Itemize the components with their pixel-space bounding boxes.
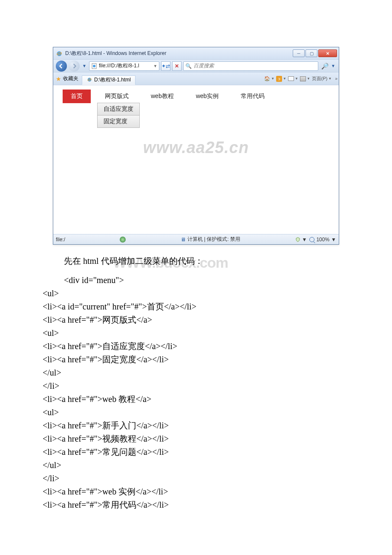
submenu-adaptive[interactable]: 自适应宽度 (97, 103, 140, 115)
tab-title: D:\教程\8-1.html (94, 76, 131, 84)
nav-examples[interactable]: web实例 (188, 90, 227, 103)
chevron-down-icon[interactable]: ▼ (295, 77, 298, 81)
nav-layout-label: 网页版式 (105, 92, 129, 99)
print-button[interactable]: ▼ (300, 76, 310, 81)
nav-tutorial-label: web教程 (151, 92, 174, 99)
search-dropdown[interactable]: ▼ (330, 63, 336, 69)
status-zone: 🖥计算机 | 保护模式: 禁用 (181, 236, 240, 243)
nav-code[interactable]: 常用代码 (233, 90, 273, 103)
nav-history-dropdown[interactable]: ▼ (81, 63, 87, 69)
search-input[interactable]: 🔍 百度搜索 (183, 61, 318, 71)
page-menu-button[interactable]: 页面(P)▼ (312, 75, 332, 82)
code-line: <li><a href="#">常用代码</a></li> (43, 498, 349, 512)
code-line: <ul> (43, 327, 349, 340)
paragraph-intro: WWW.bdocx.com 先在 html 代码增加二级菜单的代码： (43, 253, 349, 269)
nav-tutorial[interactable]: web教程 (143, 90, 182, 103)
print-icon (300, 76, 306, 81)
nav-examples-label: web实例 (196, 92, 219, 99)
search-placeholder: 百度搜索 (193, 62, 214, 69)
nav-home-label: 首页 (71, 92, 83, 99)
window-buttons: ─ ▢ ✕ (293, 49, 337, 57)
code-line: <ul> (43, 406, 349, 419)
active-tab[interactable]: D:\教程\8-1.html (82, 75, 135, 85)
code-line: <li><a href="#">固定宽度</a></li> (43, 353, 349, 366)
nav-code-label: 常用代码 (241, 92, 265, 99)
chevron-down-icon[interactable]: ▼ (329, 77, 332, 81)
status-bar: file:/ 🖥计算机 | 保护模式: 禁用 ▼ 100% ▼ (53, 234, 339, 244)
rss-icon: כ (276, 76, 282, 82)
chevron-down-icon[interactable]: ▼ (283, 77, 286, 81)
stop-button[interactable]: ✕ (172, 61, 182, 71)
favorites-bar: ★ 收藏夹 D:\教程\8-1.html 🏠▼ כ▼ ▼ ▼ 页面(P)▼ » (53, 72, 339, 85)
refresh-button[interactable]: ✦⇄ (161, 61, 170, 71)
chevron-down-icon[interactable]: ▼ (307, 77, 310, 81)
code-line: <li><a href="#">常见问题</a></li> (43, 445, 349, 459)
code-line: <li><a id="current" href="#">首页</a></li> (43, 300, 349, 313)
code-line: </li> (43, 379, 349, 393)
ie-window: D:\教程\8-1.html - Windows Internet Explor… (53, 47, 339, 245)
code-line: <div id="menu"> (43, 274, 349, 287)
svg-point-3 (93, 65, 95, 67)
code-block: <div id="menu"> <ul> <li><a id="current"… (43, 274, 349, 512)
code-line: </ul> (43, 366, 349, 379)
watermark-aa25: www.aa25.cn (143, 139, 249, 157)
search-icon: 🔍 (185, 63, 192, 69)
nav-home[interactable]: 首页 (63, 90, 91, 103)
zoom-icon (309, 237, 314, 242)
address-bar-row: ▼ file:///D:/教程/8-1.l ▼ ✦⇄ ✕ 🔍 百度搜索 🔎 ▼ (53, 59, 339, 72)
chevron-down-icon[interactable]: ▼ (271, 77, 274, 81)
chevron-down-icon[interactable]: ▼ (153, 64, 157, 68)
command-bar: 🏠▼ כ▼ ▼ ▼ 页面(P)▼ » (264, 75, 336, 82)
title-bar: D:\教程\8-1.html - Windows Internet Explor… (53, 47, 339, 59)
address-text: file:///D:/教程/8-1.l (99, 62, 153, 69)
code-line: <li><a href="#">视频教程</a></li> (43, 432, 349, 445)
favorites-button[interactable]: ★ 收藏夹 (56, 75, 78, 82)
address-input[interactable]: file:///D:/教程/8-1.l ▼ (89, 61, 159, 71)
code-line: <li><a href="#">web 实例</a></li> (43, 485, 349, 498)
code-line: <ul> (43, 287, 349, 300)
forward-button[interactable] (69, 61, 80, 72)
code-line: </li> (43, 472, 349, 485)
page-viewport: 首页 网页版式 自适应宽度 固定宽度 web教程 web实例 常用代码 www.… (53, 85, 339, 234)
mail-icon (288, 76, 294, 81)
status-mode-text: 计算机 | 保护模式: 禁用 (187, 236, 240, 243)
close-button[interactable]: ✕ (318, 49, 337, 57)
more-tools-button[interactable]: » (335, 76, 336, 81)
shield-icon (295, 237, 300, 242)
mail-button[interactable]: ▼ (288, 76, 298, 81)
security-indicator[interactable]: ▼ (295, 237, 307, 243)
code-line: <li><a href="#">网页版式</a> (43, 313, 349, 327)
internet-icon (120, 237, 126, 243)
page-menu-label: 页面(P) (312, 75, 328, 82)
back-button[interactable] (56, 61, 67, 72)
home-icon: 🏠 (264, 76, 270, 81)
chevron-down-icon[interactable]: ▼ (302, 237, 307, 243)
code-line: <li><a href="#">web 教程</a> (43, 393, 349, 406)
rss-button[interactable]: כ▼ (276, 76, 286, 82)
favorites-label: 收藏夹 (63, 75, 78, 82)
globe-icon (120, 237, 126, 243)
code-line: </ul> (43, 459, 349, 472)
refresh-icon: ✦⇄ (161, 63, 170, 69)
star-icon: ★ (56, 75, 61, 82)
maximize-button[interactable]: ▢ (306, 49, 317, 57)
home-button[interactable]: 🏠▼ (264, 76, 274, 81)
zoom-value: 100% (316, 237, 329, 243)
computer-icon: 🖥 (181, 237, 186, 243)
article-body: WWW.bdocx.com 先在 html 代码增加二级菜单的代码： <div … (43, 253, 349, 512)
minimize-button[interactable]: ─ (293, 49, 305, 57)
tab-favicon (86, 76, 92, 84)
submenu-fixed[interactable]: 固定宽度 (97, 115, 140, 128)
submenu-layout: 自适应宽度 固定宽度 (97, 103, 140, 128)
status-left: file:/ (56, 237, 65, 243)
code-line: <li><a href="#">自适应宽度</a></li> (43, 340, 349, 353)
search-go-button[interactable]: 🔎 (321, 62, 329, 70)
nav-layout[interactable]: 网页版式 自适应宽度 固定宽度 (97, 90, 137, 103)
stop-icon: ✕ (175, 63, 179, 69)
page-icon (91, 63, 97, 69)
chevron-down-icon[interactable]: ▼ (331, 237, 336, 243)
zoom-control[interactable]: 100% ▼ (309, 237, 336, 243)
code-line: <li><a href="#">新手入门</a></li> (43, 419, 349, 432)
intro-text: 先在 html 代码增加二级菜单的代码： (64, 256, 203, 266)
ie-icon (56, 50, 63, 57)
